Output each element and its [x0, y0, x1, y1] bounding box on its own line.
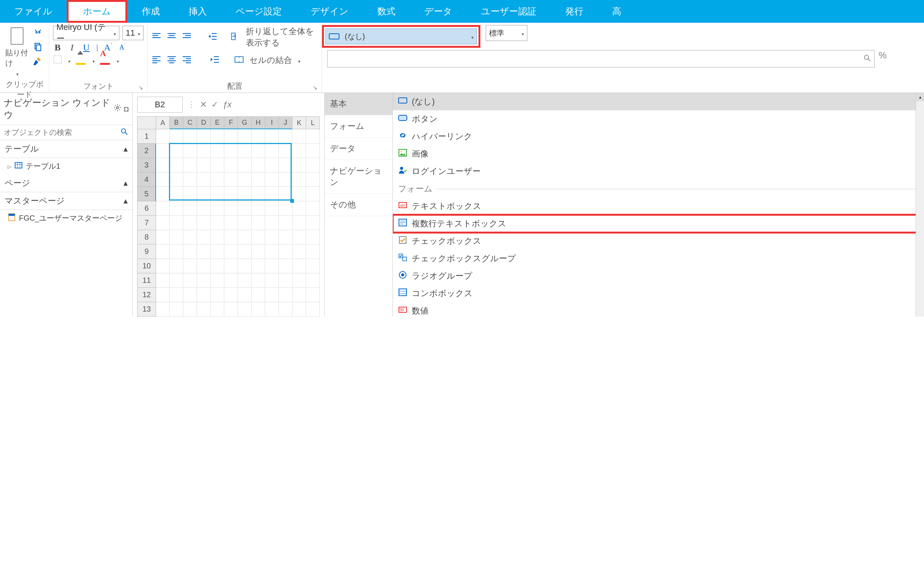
row-header[interactable]: 8	[137, 230, 156, 245]
cell[interactable]	[156, 245, 170, 259]
cell[interactable]	[265, 216, 279, 230]
cell[interactable]	[279, 216, 292, 230]
cell[interactable]	[197, 201, 211, 216]
cell[interactable]	[211, 201, 224, 216]
col-header[interactable]: C	[183, 116, 197, 129]
cat-other[interactable]: その他	[325, 194, 392, 216]
element-list[interactable]: (なし)ボタンハイパーリンク画像ログインユーザーフォームablテキストボックス複…	[393, 93, 924, 317]
align-top-icon[interactable]	[151, 32, 161, 42]
cell[interactable]	[197, 245, 211, 259]
cell[interactable]	[306, 144, 320, 158]
cell[interactable]	[170, 201, 183, 216]
font-color-dropdown-icon[interactable]	[116, 56, 119, 65]
cell[interactable]	[224, 230, 238, 245]
cell[interactable]	[211, 273, 224, 288]
cell[interactable]	[170, 187, 183, 201]
cell[interactable]	[156, 288, 170, 302]
number-format-combo[interactable]: 標準	[486, 25, 527, 41]
menu-home[interactable]: ホーム	[67, 0, 127, 23]
cell[interactable]	[306, 302, 320, 317]
cell[interactable]	[279, 158, 292, 172]
gear-icon[interactable]	[113, 103, 122, 114]
nav-pages-header[interactable]: ページ▴	[0, 174, 132, 192]
accept-formula-icon[interactable]: ✓	[211, 100, 218, 110]
cell[interactable]	[292, 245, 306, 259]
cancel-formula-icon[interactable]: ✕	[200, 100, 207, 110]
cell[interactable]	[252, 230, 265, 245]
fx-icon[interactable]: ƒx	[223, 100, 231, 110]
cell[interactable]	[211, 288, 224, 302]
cell[interactable]	[292, 187, 306, 201]
cell[interactable]	[252, 245, 265, 259]
cell[interactable]	[265, 273, 279, 288]
italic-button[interactable]: I	[67, 42, 77, 53]
cell[interactable]	[197, 187, 211, 201]
cell[interactable]	[211, 259, 224, 273]
cell[interactable]	[224, 302, 238, 317]
nav-search-input[interactable]	[4, 128, 120, 137]
cell[interactable]	[238, 302, 252, 317]
row-header[interactable]: 3	[137, 158, 156, 172]
cell[interactable]	[197, 273, 211, 288]
row-header[interactable]: 5	[137, 187, 156, 201]
cell[interactable]	[211, 129, 224, 144]
cell[interactable]	[170, 129, 183, 144]
cell[interactable]	[292, 259, 306, 273]
format-painter-icon[interactable]	[32, 56, 43, 67]
elem-item[interactable]: (なし)	[393, 93, 924, 110]
cell[interactable]	[211, 245, 224, 259]
cell[interactable]	[265, 245, 279, 259]
nav-tables-header[interactable]: テーブル▴	[0, 140, 132, 158]
align-bottom-icon[interactable]	[182, 32, 192, 42]
col-header[interactable]: D	[197, 116, 211, 129]
row-header[interactable]: 13	[137, 302, 156, 317]
cell[interactable]	[156, 259, 170, 273]
cell[interactable]	[224, 129, 238, 144]
cell[interactable]	[156, 144, 170, 158]
row-header[interactable]: 4	[137, 172, 156, 187]
tree-item-table1[interactable]: ▹ テーブル1	[0, 158, 132, 174]
cell[interactable]	[265, 302, 279, 317]
cell-reference-box[interactable]: B2	[137, 97, 183, 113]
cell[interactable]	[238, 172, 252, 187]
cell[interactable]	[211, 302, 224, 317]
cell[interactable]	[156, 273, 170, 288]
tree-item-masterpage[interactable]: FGC_ユーザーマスターページ	[0, 210, 132, 226]
nav-master-header[interactable]: マスターページ▴	[0, 192, 132, 210]
cell[interactable]	[211, 172, 224, 187]
menu-design[interactable]: デザイン	[296, 0, 363, 23]
cell[interactable]	[156, 302, 170, 317]
cell[interactable]	[224, 216, 238, 230]
cell[interactable]	[238, 273, 252, 288]
cell[interactable]	[224, 187, 238, 201]
col-header[interactable]: A	[156, 116, 170, 129]
fill-color-dropdown-icon[interactable]	[92, 56, 95, 65]
paste-dropdown-icon[interactable]	[16, 69, 19, 78]
cell[interactable]	[292, 201, 306, 216]
cell-grid[interactable]: ABCDEFGHIJKL12345678910111213	[137, 116, 322, 317]
cell[interactable]	[279, 302, 292, 317]
col-header[interactable]: J	[279, 116, 292, 129]
scroll-up-icon[interactable]: ▴	[916, 93, 924, 101]
cell[interactable]	[238, 129, 252, 144]
menu-create[interactable]: 作成	[127, 0, 174, 23]
celltype-search-input[interactable]	[331, 55, 863, 63]
cell[interactable]	[265, 230, 279, 245]
cell[interactable]	[224, 201, 238, 216]
cell[interactable]	[279, 288, 292, 302]
cell[interactable]	[183, 273, 197, 288]
cell[interactable]	[156, 129, 170, 144]
bold-button[interactable]: B	[53, 42, 62, 53]
col-header[interactable]: I	[265, 116, 279, 129]
cell[interactable]	[156, 216, 170, 230]
indent-icon[interactable]	[210, 55, 220, 66]
row-header[interactable]: 11	[137, 273, 156, 288]
cell-type-dropdown-icon[interactable]	[471, 32, 474, 41]
cell[interactable]	[183, 201, 197, 216]
elem-item[interactable]: 99数値	[393, 302, 924, 317]
cell[interactable]	[252, 158, 265, 172]
cell[interactable]	[306, 187, 320, 201]
cell[interactable]	[252, 172, 265, 187]
cat-data[interactable]: データ	[325, 138, 392, 160]
selection-handle[interactable]	[290, 199, 294, 203]
